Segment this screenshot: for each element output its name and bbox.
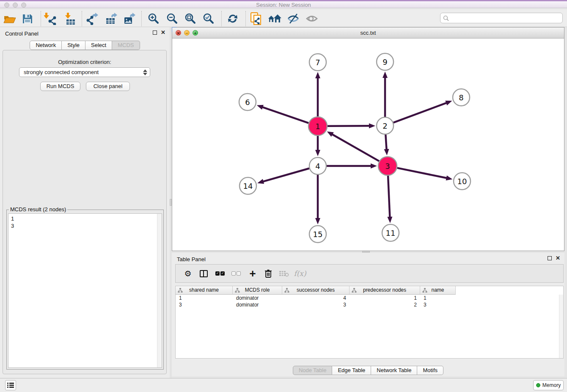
column-header-predecessor-nodes[interactable]: predecessor nodes xyxy=(350,286,420,295)
mcds-result-title: MCDS result (2 nodes) xyxy=(9,206,67,213)
network-window-titlebar[interactable]: ✕ − + scc.txt xyxy=(172,28,564,39)
zoom-out-button[interactable] xyxy=(165,12,179,25)
column-header-successor-nodes[interactable]: successor nodes xyxy=(282,286,350,295)
edge-arrowhead xyxy=(327,131,334,137)
unselect-all-columns-button[interactable] xyxy=(229,265,243,282)
show-panel-button[interactable] xyxy=(305,12,319,25)
table-tab-network-table[interactable]: Network Table xyxy=(371,366,417,375)
hierarchy-icon xyxy=(235,288,240,293)
table-pane-mode-button[interactable] xyxy=(196,265,211,282)
toolbar-separator xyxy=(141,11,142,26)
run-mcds-button[interactable]: Run MCDS xyxy=(40,82,80,91)
task-history-button[interactable] xyxy=(5,380,16,390)
clone-network-icon xyxy=(250,12,262,25)
tab-network[interactable]: Network xyxy=(30,41,62,50)
search-input[interactable] xyxy=(449,14,562,22)
table-tab-motifs[interactable]: Motifs xyxy=(417,366,443,375)
search-field[interactable] xyxy=(440,13,563,23)
network-canvas[interactable]: 1234678910111415 xyxy=(172,39,564,251)
export-image-button[interactable] xyxy=(123,12,136,25)
checked-box-icon: ✓ xyxy=(220,271,225,276)
import-network-button[interactable] xyxy=(44,12,57,25)
add-column-button[interactable]: + xyxy=(245,265,260,282)
home-layout-button[interactable] xyxy=(268,12,281,25)
edge-2-8[interactable] xyxy=(394,103,447,123)
criterion-value: strongly connected component xyxy=(24,69,99,75)
network-graph[interactable]: 1234678910111415 xyxy=(172,39,564,251)
table-settings-button[interactable]: ⚙ xyxy=(181,265,195,282)
toolbar-separator xyxy=(41,11,41,26)
edge-3-1[interactable] xyxy=(332,134,379,161)
graph-node-label-2: 2 xyxy=(383,121,387,130)
close-panel-button[interactable]: Close panel xyxy=(86,82,130,91)
graph-node-label-14: 14 xyxy=(243,182,253,190)
table-toolbar: ⚙ ✓✓ + f( xyxy=(175,264,564,283)
column-header-name[interactable]: name xyxy=(420,286,456,295)
zoom-in-icon xyxy=(148,13,160,25)
column-header-MCDS-role[interactable]: MCDS role xyxy=(233,286,282,295)
tab-style[interactable]: Style xyxy=(62,41,85,50)
split-pane-icon xyxy=(200,270,208,277)
hide-panel-button[interactable] xyxy=(286,12,300,25)
close-table-panel-icon[interactable]: ✕ xyxy=(556,256,560,260)
tab-mcds[interactable]: MCDS xyxy=(112,41,140,50)
memory-status-dot xyxy=(536,383,540,387)
table-panel: Table Panel ✕ ⚙ ✓✓ + xyxy=(172,253,564,376)
delete-column-button[interactable] xyxy=(261,265,275,282)
edge-arrowhead xyxy=(315,218,320,224)
close-panel-icon[interactable]: ✕ xyxy=(161,30,165,35)
table-panel-title: Table Panel xyxy=(177,256,206,262)
edge-2-3[interactable] xyxy=(385,135,386,150)
gear-icon: ⚙ xyxy=(184,269,191,279)
column-header-shared-name[interactable]: shared name xyxy=(176,286,233,295)
table-tab-node-table[interactable]: Node Table xyxy=(293,366,333,375)
graph-node-label-4: 4 xyxy=(315,162,320,171)
mcds-result-text: 1 3 xyxy=(11,215,155,366)
save-session-button[interactable] xyxy=(21,12,34,25)
edge-arrowhead xyxy=(384,149,389,155)
hierarchy-icon xyxy=(352,288,357,293)
export-image-icon xyxy=(123,12,136,25)
refresh-view-button[interactable] xyxy=(226,12,239,25)
eye-icon xyxy=(306,13,318,24)
table-row[interactable]: 3dominator323 xyxy=(176,301,563,308)
trash-icon xyxy=(264,269,272,278)
table-tab-edge-table[interactable]: Edge Table xyxy=(332,366,371,375)
result-scrollbar[interactable] xyxy=(157,214,162,367)
table-scrollbar[interactable] xyxy=(559,295,563,358)
open-folder-icon xyxy=(3,13,16,24)
float-panel-icon[interactable] xyxy=(153,30,157,35)
zoom-fit-button[interactable] xyxy=(184,12,197,25)
edge-3-10[interactable] xyxy=(397,168,447,178)
open-session-button[interactable] xyxy=(3,12,17,25)
search-icon xyxy=(443,15,449,21)
clone-network-button[interactable] xyxy=(249,12,263,25)
edge-1-2[interactable] xyxy=(328,126,370,126)
table-cell: 1 xyxy=(420,295,456,301)
zoom-selected-button[interactable] xyxy=(202,12,215,25)
table-cell: 1 xyxy=(176,295,233,301)
criterion-dropdown[interactable]: strongly connected component xyxy=(19,67,150,77)
select-all-columns-button[interactable]: ✓✓ xyxy=(213,265,227,282)
import-table-button[interactable] xyxy=(63,12,77,25)
tab-select[interactable]: Select xyxy=(85,41,112,50)
zoom-in-button[interactable] xyxy=(147,12,160,25)
network-view-window: ✕ − + scc.txt 1234678910111415 xyxy=(172,27,564,251)
delete-table-icon xyxy=(279,270,289,277)
control-panel-tabs: NetworkStyleSelectMCDS xyxy=(0,41,170,50)
float-table-panel-icon[interactable] xyxy=(548,256,552,260)
toolbar-separator xyxy=(245,11,246,26)
export-network-button[interactable] xyxy=(86,12,99,25)
table-row[interactable]: 1dominator411 xyxy=(176,295,563,301)
edge-3-11[interactable] xyxy=(388,176,390,218)
edge-4-14[interactable] xyxy=(263,168,309,182)
export-table-button[interactable] xyxy=(105,12,118,25)
edge-1-6[interactable] xyxy=(262,107,308,123)
mcds-result-box[interactable]: 1 3 xyxy=(8,213,162,368)
control-panel-title: Control Panel xyxy=(5,30,39,37)
hierarchy-icon xyxy=(422,288,427,293)
list-icon xyxy=(7,382,14,388)
import-table-icon xyxy=(63,12,76,25)
memory-button[interactable]: Memory xyxy=(533,380,564,390)
zoom-out-icon xyxy=(166,13,178,25)
